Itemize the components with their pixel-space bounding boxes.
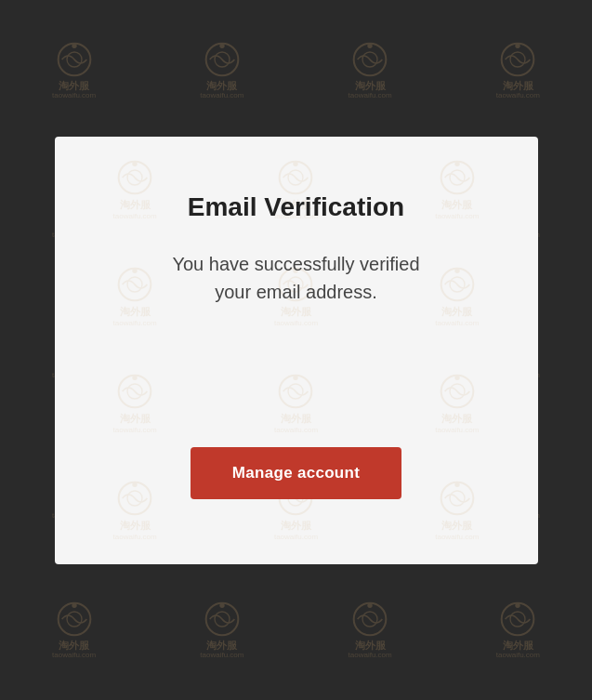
svg-point-87: [119, 482, 151, 515]
svg-point-89: [132, 482, 137, 487]
svg-point-79: [127, 384, 142, 399]
svg-point-64: [288, 170, 303, 185]
modal-content: Email Verification You have successfully…: [111, 192, 482, 306]
svg-point-85: [450, 384, 465, 399]
svg-point-67: [450, 170, 465, 185]
svg-point-86: [454, 376, 459, 380]
svg-point-63: [280, 162, 312, 194]
modal-title: Email Verification: [111, 192, 482, 222]
svg-point-62: [132, 162, 137, 166]
svg-point-78: [119, 376, 151, 408]
manage-account-button[interactable]: Manage account: [191, 447, 401, 499]
svg-point-83: [294, 376, 298, 380]
modal-message: You have successfully verified your emai…: [111, 250, 482, 306]
modal-message-line1: You have successfully verified: [172, 254, 419, 274]
svg-point-65: [294, 162, 298, 166]
svg-point-81: [280, 376, 312, 408]
svg-point-82: [288, 384, 303, 399]
svg-point-88: [127, 491, 142, 506]
email-verification-modal: 淘外服 taowaifu.com 淘外服 taowaifu.com: [55, 137, 538, 564]
svg-point-84: [441, 376, 473, 408]
modal-wm-cell: 淘外服 taowaifu.com: [55, 350, 216, 457]
svg-point-61: [127, 170, 142, 185]
modal-wm-cell: 淘外服 taowaifu.com: [376, 350, 537, 457]
svg-point-80: [132, 376, 137, 380]
svg-point-93: [441, 482, 473, 515]
svg-point-60: [119, 162, 151, 194]
svg-point-94: [450, 491, 465, 506]
svg-point-66: [441, 162, 473, 194]
svg-point-95: [454, 482, 459, 487]
svg-point-68: [454, 162, 459, 166]
modal-message-line2: your email address.: [215, 282, 377, 302]
modal-overlay: 淘外服 taowaifu.com 淘外服 taowaifu.com: [0, 0, 592, 700]
modal-wm-cell: 淘外服 taowaifu.com: [216, 350, 376, 457]
modal-footer: Manage account: [191, 447, 401, 499]
